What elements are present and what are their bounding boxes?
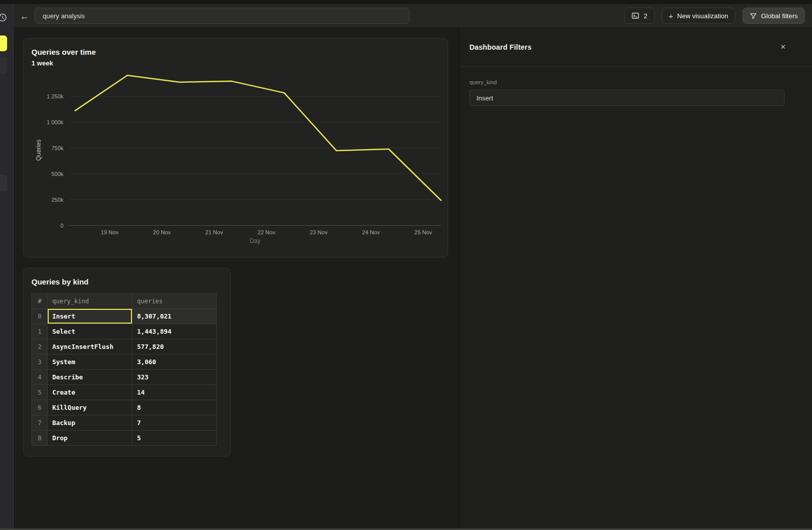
queries-cell[interactable]: 3,060 <box>132 355 217 370</box>
y-tick-label: 500k <box>51 171 63 177</box>
sidebar-active-dashboard-tile[interactable] <box>0 36 7 51</box>
row-index-cell: 6 <box>32 400 48 415</box>
x-tick-label: 23 Nov <box>310 229 328 235</box>
queries-cell[interactable]: 8,307,021 <box>132 309 217 324</box>
x-tick-label: 20 Nov <box>153 229 171 235</box>
sidebar-tile[interactable] <box>0 57 7 74</box>
y-tick-label: 1 000k <box>47 119 64 125</box>
table-title: Queries by kind <box>31 277 89 286</box>
query-kind-cell[interactable]: System <box>48 355 132 370</box>
sidebar-tile[interactable] <box>0 175 7 191</box>
row-index-cell: 5 <box>32 385 48 400</box>
queries-cell[interactable]: 8 <box>132 400 217 415</box>
table-row: 3System3,060 <box>32 355 217 370</box>
query-kind-filter-label: query_kind <box>469 79 785 85</box>
row-index-cell: 8 <box>32 431 48 446</box>
row-index-cell: 7 <box>32 415 48 431</box>
header-query-kind: query_kind <box>48 294 132 309</box>
row-index-cell: 2 <box>32 339 48 355</box>
table-row: 0Insert8,307,021 <box>32 309 217 324</box>
header-index: # <box>32 294 48 309</box>
chart-subtitle: 1 week <box>31 59 53 67</box>
query-kind-cell[interactable]: Insert <box>48 309 132 324</box>
x-tick-label: 22 Nov <box>258 229 276 235</box>
left-sidebar-rail <box>0 4 14 530</box>
y-axis-title: Queries <box>35 139 42 161</box>
filters-panel-body: query_kind <box>459 67 812 106</box>
table-row: 2AsyncInsertFlush577,820 <box>32 339 217 355</box>
table-row: 8Drop5 <box>32 431 217 446</box>
query-kind-cell[interactable]: Backup <box>48 415 132 431</box>
dashboard-filters-panel: Dashboard Filters ✕ query_kind <box>458 28 812 530</box>
queries-by-kind-table: # query_kind queries 0Insert8,307,0211Se… <box>31 293 217 446</box>
x-axis-title: Day <box>250 237 260 244</box>
query-kind-cell[interactable]: KillQuery <box>48 400 132 415</box>
table-row: 6KillQuery8 <box>32 400 217 415</box>
queries-cell[interactable]: 14 <box>132 385 217 400</box>
topbar: ← 2 + New visualization Global filter <box>0 4 812 28</box>
console-icon <box>631 12 639 20</box>
row-index-cell: 0 <box>32 309 48 324</box>
x-tick-label: 24 Nov <box>362 229 380 235</box>
main-canvas: 0250k500k750k1 000k1 250k19 Nov20 Nov21 … <box>14 28 457 530</box>
queries-over-time-card: 0250k500k750k1 000k1 250k19 Nov20 Nov21 … <box>23 38 448 258</box>
query-kind-cell[interactable]: Create <box>48 385 132 400</box>
query-kind-filter-input[interactable] <box>469 90 785 106</box>
plus-icon: + <box>669 12 673 20</box>
query-kind-cell[interactable]: Describe <box>48 370 132 385</box>
x-tick-label: 25 Nov <box>415 229 432 235</box>
filters-panel-header: Dashboard Filters ✕ <box>459 28 812 67</box>
close-icon[interactable]: ✕ <box>779 43 788 52</box>
window-top-strip <box>0 0 812 4</box>
x-tick-label: 19 Nov <box>101 229 119 235</box>
queries-cell[interactable]: 577,820 <box>132 339 217 355</box>
new-visualization-button[interactable]: + New visualization <box>662 8 735 24</box>
query-kind-cell[interactable]: Drop <box>48 431 132 446</box>
queries-by-kind-card: Queries by kind # query_kind queries 0In… <box>23 268 231 456</box>
console-tab-count: 2 <box>644 12 647 20</box>
y-tick-label: 0 <box>60 223 63 229</box>
row-index-cell: 4 <box>32 370 48 385</box>
query-kind-cell[interactable]: AsyncInsertFlush <box>48 339 132 355</box>
row-index-cell: 3 <box>32 355 48 370</box>
x-tick-label: 21 Nov <box>206 229 223 235</box>
queries-cell[interactable]: 5 <box>132 431 217 446</box>
console-tabs-button[interactable]: 2 <box>624 8 654 24</box>
back-button[interactable]: ← <box>18 10 30 22</box>
history-icon[interactable] <box>0 12 8 25</box>
queries-cell[interactable]: 323 <box>132 370 217 385</box>
queries-over-time-chart[interactable]: 0250k500k750k1 000k1 250k19 Nov20 Nov21 … <box>23 39 449 258</box>
funnel-icon <box>750 12 757 20</box>
query-kind-cell[interactable]: Select <box>48 324 132 339</box>
table-row: 5Create14 <box>32 385 217 400</box>
dashboard-title-input[interactable] <box>35 8 410 24</box>
y-tick-label: 750k <box>51 145 63 151</box>
queries-cell[interactable]: 7 <box>132 415 217 431</box>
chart-title: Queries over time <box>31 48 96 56</box>
queries-cell[interactable]: 1,443,894 <box>132 324 217 339</box>
new-visualization-label: New visualization <box>677 12 728 20</box>
y-tick-label: 250k <box>51 197 63 203</box>
table-row: 7Backup7 <box>32 415 217 431</box>
y-tick-label: 1 250k <box>47 93 64 99</box>
header-queries: queries <box>132 294 217 309</box>
row-index-cell: 1 <box>32 324 48 339</box>
table-row: 4Describe323 <box>32 370 217 385</box>
chart-line-queries <box>75 76 441 201</box>
table-row: 1Select1,443,894 <box>32 324 217 339</box>
global-filters-button[interactable]: Global filters <box>742 8 805 24</box>
global-filters-label: Global filters <box>761 12 798 20</box>
topbar-actions: 2 + New visualization Global filters <box>624 8 805 24</box>
table-header-row: # query_kind queries <box>32 294 217 309</box>
filters-panel-title: Dashboard Filters <box>469 43 779 51</box>
